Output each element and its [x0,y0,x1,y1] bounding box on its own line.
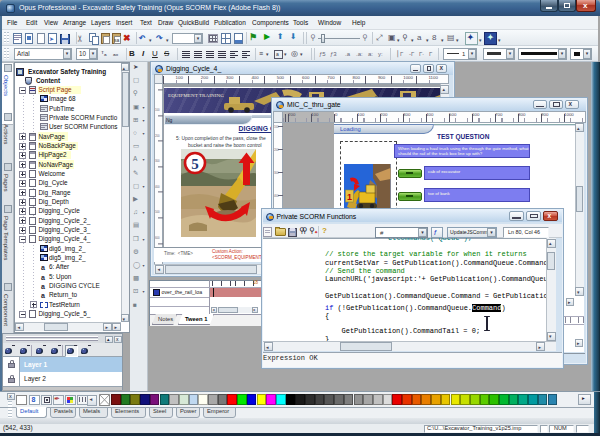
svg-text:1: 1 [347,192,352,202]
svg-text:5: 5 [191,156,199,172]
